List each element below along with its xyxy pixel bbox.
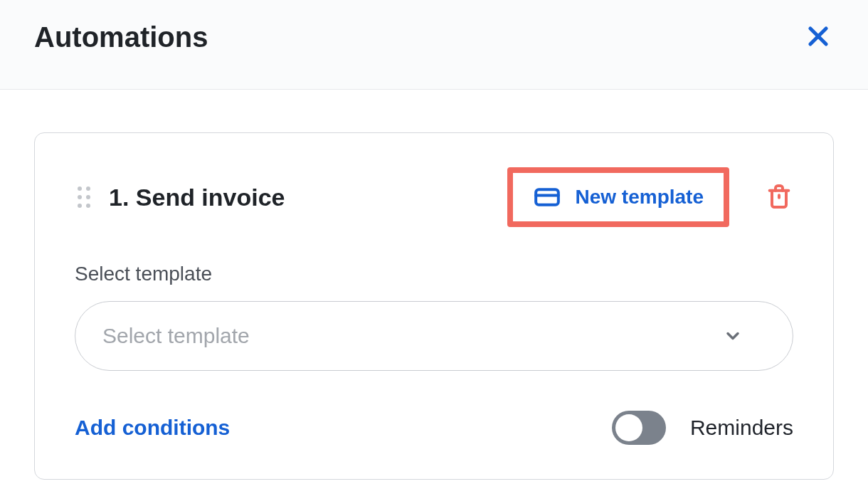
card-header: 1. Send invoice New template [75, 167, 793, 227]
content-area: 1. Send invoice New template [0, 90, 868, 484]
svg-point-6 [78, 204, 82, 208]
reminders-group: Reminders [612, 411, 793, 445]
card-icon [533, 183, 561, 211]
reminders-toggle[interactable] [612, 411, 666, 445]
toggle-knob [615, 414, 642, 441]
svg-point-2 [78, 186, 82, 191]
new-template-label: New template [576, 186, 704, 209]
modal-header: Automations [0, 0, 868, 90]
new-template-highlight: New template [507, 167, 730, 227]
close-icon [805, 23, 832, 52]
svg-point-7 [86, 204, 90, 208]
svg-rect-8 [536, 189, 559, 205]
add-conditions-button[interactable]: Add conditions [75, 416, 230, 440]
trash-icon [765, 182, 793, 213]
select-template-label: Select template [75, 263, 793, 285]
svg-point-4 [78, 195, 82, 199]
svg-point-3 [86, 186, 90, 191]
select-template-field: Select template [75, 301, 793, 371]
card-footer: Add conditions Reminders [75, 411, 793, 445]
automation-card: 1. Send invoice New template [34, 132, 834, 480]
delete-button[interactable] [765, 182, 793, 213]
automation-step-title: 1. Send invoice [109, 184, 492, 211]
svg-point-5 [86, 195, 90, 199]
select-template-dropdown[interactable]: Select template [75, 301, 793, 371]
drag-handle-icon[interactable] [75, 184, 93, 211]
new-template-button[interactable]: New template [533, 183, 704, 211]
chevron-down-icon [723, 326, 743, 346]
reminders-label: Reminders [690, 416, 793, 440]
close-button[interactable] [803, 22, 834, 53]
page-title: Automations [34, 21, 208, 53]
select-template-placeholder: Select template [102, 324, 250, 348]
